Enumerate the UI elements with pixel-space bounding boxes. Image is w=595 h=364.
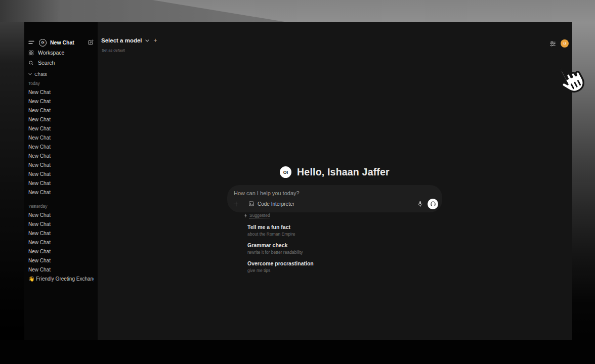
greeting-text: Hello, Ishaan Jaffer — [297, 166, 390, 178]
suggestion-title: Grammar check — [247, 242, 442, 248]
desktop: OI New Chat Workspace — [0, 0, 595, 364]
chat-item[interactable]: New Chat — [28, 124, 94, 133]
greeting: OI Hello, Ishaan Jaffer — [227, 166, 442, 178]
suggested-label: Suggested — [249, 213, 270, 219]
chat-item[interactable]: New Chat — [28, 238, 94, 247]
chat-item[interactable]: New Chat — [28, 211, 94, 220]
suggestion-item[interactable]: Overcome procrastination give me tips — [227, 260, 442, 273]
chat-item[interactable]: New Chat — [28, 133, 94, 143]
chat-item[interactable]: New Chat — [28, 143, 94, 152]
suggested-header: Suggested — [227, 213, 442, 218]
suggestion-item[interactable]: Grammar check rewrite it for better read… — [227, 242, 442, 255]
suggestion-item[interactable]: Tell me a fun fact about the Roman Empir… — [227, 224, 442, 237]
chat-item[interactable]: New Chat — [28, 220, 94, 229]
headphones-icon — [430, 201, 436, 207]
wallpaper-bottom — [0, 340, 595, 364]
model-selector[interactable]: Select a model + — [101, 37, 157, 44]
chats-section-toggle[interactable]: Chats — [28, 70, 94, 78]
model-selector-label: Select a model — [101, 37, 142, 43]
app-window: OI New Chat Workspace — [24, 22, 572, 340]
main-area: Select a model + Set as default IJ — [98, 22, 572, 340]
chat-input-placeholder: How can I help you today? — [234, 190, 300, 196]
code-interpreter-toggle[interactable]: Code Interpreter — [248, 201, 294, 207]
suggestion-subtitle: give me tips — [247, 268, 442, 273]
microphone-icon[interactable] — [417, 201, 423, 207]
chat-item[interactable]: New Chat — [28, 229, 94, 238]
voice-call-button[interactable] — [428, 199, 438, 209]
suggestion-subtitle: about the Roman Empire — [247, 232, 442, 237]
wallpaper-top-left-shade — [0, 0, 61, 23]
chat-item[interactable]: 👋 Friendly Greeting Exchange — [28, 275, 94, 284]
terminal-icon — [248, 201, 254, 207]
workspace-icon — [28, 50, 34, 56]
sidebar: OI New Chat Workspace — [24, 22, 98, 340]
sidebar-title: New Chat — [50, 39, 88, 46]
attach-plus-icon[interactable] — [233, 201, 239, 207]
app-logo-icon: OI — [39, 39, 47, 47]
chat-item[interactable]: New Chat — [28, 106, 94, 115]
chat-item[interactable]: New Chat — [28, 247, 94, 256]
chat-item[interactable]: New Chat — [28, 88, 94, 97]
code-interpreter-label: Code Interpreter — [258, 201, 294, 207]
search-icon — [28, 60, 34, 66]
chevron-down-icon — [28, 73, 32, 75]
sidebar-toggle-icon[interactable] — [28, 40, 34, 45]
chat-item[interactable]: New Chat — [28, 152, 94, 161]
sparkle-bolt-icon — [244, 213, 247, 218]
sidebar-item-search[interactable]: Search — [28, 58, 94, 67]
chat-group-label: Today — [28, 80, 94, 86]
topbar-right: IJ — [549, 39, 569, 48]
app-logo-icon: OI — [280, 166, 291, 178]
chat-item[interactable]: New Chat — [28, 256, 94, 265]
chat-item[interactable]: New Chat — [28, 170, 94, 179]
chat-groups: TodayNew ChatNew ChatNew ChatNew ChatNew… — [28, 80, 94, 284]
suggested-section: Suggested Tell me a fun fact about the R… — [227, 213, 442, 273]
wallpaper-left — [0, 22, 24, 364]
chat-item[interactable]: New Chat — [28, 115, 94, 124]
sidebar-header: OI New Chat — [28, 38, 94, 47]
suggestion-title: Overcome procrastination — [247, 260, 442, 266]
chat-item[interactable]: New Chat — [28, 188, 94, 197]
chevron-down-icon — [145, 39, 149, 42]
chat-group-label: Yesterday — [28, 203, 94, 209]
new-chat-icon[interactable] — [88, 39, 94, 46]
suggestion-title: Tell me a fun fact — [247, 224, 442, 230]
chat-item[interactable]: New Chat — [28, 161, 94, 170]
search-label: Search — [38, 60, 55, 66]
user-avatar[interactable]: IJ — [561, 39, 569, 48]
input-toolbar: Code Interpreter — [233, 198, 438, 209]
set-default-link[interactable]: Set as default — [102, 48, 125, 53]
chats-section-label: Chats — [34, 71, 47, 77]
chat-item[interactable]: New Chat — [28, 179, 94, 188]
chat-item[interactable]: New Chat — [28, 265, 94, 275]
add-model-button[interactable]: + — [154, 37, 157, 44]
chat-input-box[interactable]: How can I help you today? — [227, 185, 442, 212]
suggestion-subtitle: rewrite it for better readability — [247, 250, 442, 255]
controls-sliders-icon[interactable] — [549, 40, 556, 47]
sidebar-item-workspace[interactable]: Workspace — [28, 48, 94, 57]
workspace-label: Workspace — [38, 50, 64, 56]
chat-item[interactable]: New Chat — [28, 97, 94, 106]
